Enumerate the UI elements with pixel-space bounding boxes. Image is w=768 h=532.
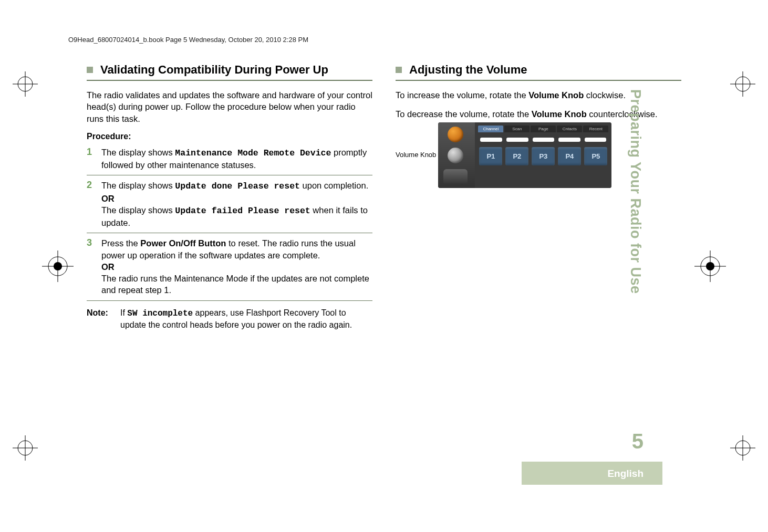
crop-mark-mid-right [694, 251, 726, 282]
crop-mark-top-right [727, 68, 759, 100]
print-header-line: O9Head_68007024014_b.book Page 5 Wednesd… [68, 36, 308, 44]
step2-display-text-2: Update failed Please reset [175, 206, 310, 216]
crop-mark-top-left [9, 68, 41, 100]
power-knob-icon [448, 127, 463, 142]
procedure-label: Procedure: [87, 132, 372, 141]
p5-button: P5 [584, 147, 607, 165]
section-bullet-icon [396, 67, 402, 73]
display-tabs: Channel Scan Page Cntacts Recent [475, 122, 611, 132]
display-bars [475, 132, 611, 147]
step-3: 3 Press the Power On/Off Button to reset… [87, 237, 372, 296]
section-title-validating: Validating Compatibility During Power Up [100, 63, 328, 77]
intro-paragraph: The radio validates and updates the soft… [87, 89, 372, 124]
p-button-row: P1 P2 P3 P4 P5 [475, 147, 611, 170]
footer-language: English [607, 468, 644, 479]
display-bar [585, 138, 607, 142]
page-content: Validating Compatibility During Power Up… [87, 63, 681, 500]
step2-text-b: upon completion. [300, 181, 368, 190]
step2-display-text-1: Update done Please reset [175, 181, 300, 191]
section-bullet-icon [87, 67, 93, 73]
left-column: Validating Compatibility During Power Up… [87, 63, 372, 331]
p4-button: P4 [558, 147, 581, 165]
display-bar [558, 138, 580, 142]
crop-mark-mid-left [42, 251, 74, 282]
step-2: 2 The display shows Update done Please r… [87, 180, 372, 228]
step2-or: OR [101, 194, 115, 203]
section-title-volume: Adjusting the Volume [409, 63, 527, 77]
section-divider [87, 80, 372, 81]
step2-text-c: The display shows [101, 205, 175, 215]
p2-button: P2 [505, 147, 528, 165]
step3-text-c: The radio runs the Maintenance Mode if t… [101, 274, 369, 295]
note-label: Note: [87, 307, 120, 331]
step-number: 2 [87, 180, 101, 228]
tab-contacts: Cntacts [557, 126, 582, 132]
p1-button: P1 [479, 147, 502, 165]
note-text-a: If [120, 308, 127, 317]
radio-control-head-image: Channel Scan Page Cntacts Recent [438, 122, 611, 188]
display-bar [480, 138, 502, 142]
figure-callout-label: Volume Knob [396, 151, 436, 159]
tab-recent: Recent [583, 126, 608, 132]
page-number: 5 [632, 430, 644, 453]
step-1: 1 The display shows Maintenance Mode Rem… [87, 147, 372, 171]
tab-scan: Scan [504, 126, 530, 132]
crop-mark-bottom-left [9, 432, 41, 464]
section-divider [396, 80, 681, 81]
step-separator [87, 300, 372, 301]
side-tab-label: Preparing Your Radio for Use [627, 89, 644, 294]
step-number: 3 [87, 237, 101, 296]
tab-channel: Channel [478, 126, 503, 132]
button-icon [443, 169, 468, 185]
tab-page: Page [531, 126, 556, 132]
p3-button: P3 [532, 147, 555, 165]
step3-text-a: Press the [101, 238, 140, 248]
note-block: Note: If SW incomplete appears, use Flas… [87, 307, 372, 331]
display-bar [506, 138, 528, 142]
step3-or: OR [101, 262, 115, 272]
display-bar [533, 138, 555, 142]
note-display-text: SW incomplete [127, 309, 193, 318]
step3-button-name: Power On/Off Button [140, 238, 226, 248]
volume-knob-icon [448, 148, 463, 163]
step-separator [87, 233, 372, 233]
step1-text-a: The display shows [101, 148, 175, 157]
step1-display-text: Maintenance Mode Remote Device [175, 148, 331, 158]
step-separator [87, 175, 372, 175]
step-number: 1 [87, 147, 101, 171]
step2-text-a: The display shows [101, 181, 175, 190]
crop-mark-bottom-right [727, 432, 759, 464]
